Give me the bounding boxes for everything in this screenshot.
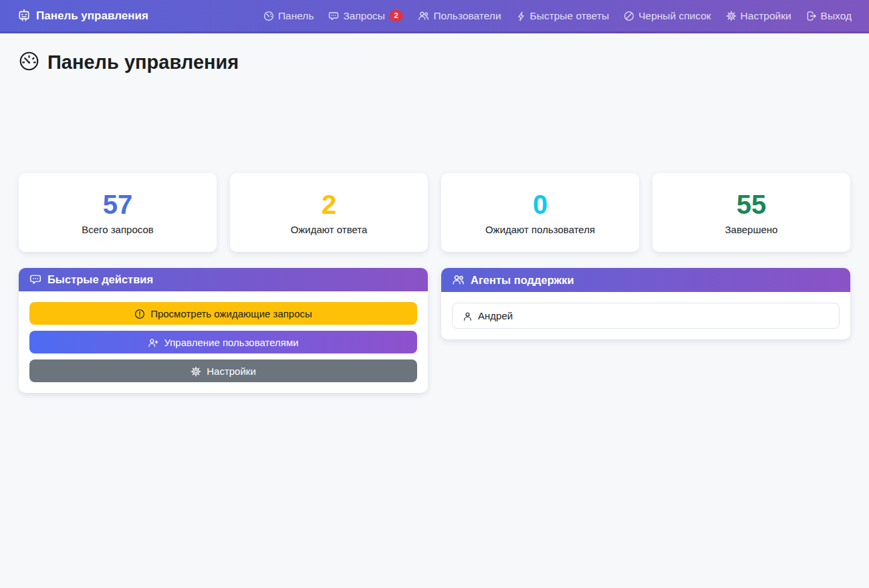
top-navbar: Панель управления Панель (0, 0, 869, 33)
stat-label: Ожидают ответа (291, 224, 368, 235)
exclamation-circle-icon (134, 308, 145, 319)
panels-row: Быстрые действия Просмотреть ожидающие з… (19, 268, 850, 393)
people-icon (452, 273, 465, 287)
stat-label: Всего запросов (82, 224, 154, 235)
nav-item-requests[interactable]: Запросы 2 (328, 10, 403, 22)
nav-item-label: Запросы (343, 10, 385, 22)
settings-button[interactable]: Настройки (29, 359, 417, 382)
navbar-brand-label: Панель управления (36, 9, 148, 23)
button-label: Просмотреть ожидающие запросы (150, 308, 312, 319)
stat-card-total-requests: 57 Всего запросов (19, 173, 217, 252)
page-title: Панель управления (19, 51, 850, 74)
nav-item-label: Черный список (638, 10, 711, 22)
chat-dots-icon (328, 10, 339, 22)
nav-item-label: Выход (821, 10, 852, 22)
stat-value: 55 (737, 190, 767, 219)
panel-title: Быстрые действия (47, 273, 153, 286)
stat-value: 2 (322, 190, 336, 219)
gear-icon (726, 10, 737, 22)
quick-actions-panel: Быстрые действия Просмотреть ожидающие з… (19, 268, 428, 393)
person-icon (463, 310, 473, 321)
navbar-brand[interactable]: Панель управления (17, 9, 148, 23)
speedometer-icon (263, 10, 274, 22)
gear-icon (191, 365, 201, 377)
slash-circle-icon (624, 10, 634, 22)
navbar-links: Панель Запросы 2 Пользователи (263, 10, 852, 22)
panel-title: Агенты поддержки (471, 274, 574, 287)
agent-name: Андрей (478, 310, 513, 321)
robot-icon (17, 9, 31, 23)
quick-actions-header: Быстрые действия (19, 268, 428, 291)
nav-item-blacklist[interactable]: Черный список (624, 10, 711, 22)
nav-item-logout[interactable]: Выход (806, 10, 852, 22)
stat-label: Ожидают пользователя (485, 224, 595, 235)
people-icon (418, 10, 429, 22)
requests-count-badge: 2 (389, 10, 403, 21)
page-title-label: Панель управления (47, 51, 239, 74)
stat-label: Завершено (725, 224, 778, 235)
stats-row: 57 Всего запросов 2 Ожидают ответа 0 Ожи… (19, 173, 850, 252)
stat-value: 0 (533, 190, 547, 219)
speedometer-icon (19, 51, 39, 74)
nav-item-users[interactable]: Пользователи (418, 10, 501, 22)
nav-item-label: Настройки (741, 10, 791, 22)
nav-item-label: Быстрые ответы (530, 10, 610, 22)
chat-dots-icon (29, 273, 41, 286)
support-agents-panel: Агенты поддержки Андрей (441, 268, 850, 339)
stat-value: 57 (103, 190, 133, 219)
stat-card-awaiting-user: 0 Ожидают пользователя (441, 173, 639, 252)
nav-item-dashboard[interactable]: Панель (263, 10, 314, 22)
quick-actions-body: Просмотреть ожидающие запросы Управление… (19, 291, 428, 393)
button-label: Управление пользователями (164, 337, 298, 348)
support-agents-body: Андрей (441, 292, 850, 339)
manage-users-button[interactable]: Управление пользователями (29, 331, 417, 353)
view-pending-requests-button[interactable]: Просмотреть ожидающие запросы (29, 302, 417, 325)
stat-card-completed: 55 Завершено (652, 173, 850, 252)
logout-icon (806, 10, 817, 22)
lightning-icon (516, 10, 526, 22)
nav-item-label: Пользователи (433, 10, 501, 22)
nav-item-settings[interactable]: Настройки (726, 10, 791, 22)
support-agents-header: Агенты поддержки (441, 268, 850, 292)
person-plus-icon (148, 337, 158, 348)
nav-item-label: Панель (278, 10, 314, 22)
agent-list-item[interactable]: Андрей (452, 303, 840, 329)
stat-card-awaiting-reply: 2 Ожидают ответа (230, 173, 428, 252)
button-label: Настройки (207, 365, 256, 377)
main-content: Панель управления 57 Всего запросов 2 Ож… (0, 51, 869, 393)
nav-item-quick-replies[interactable]: Быстрые ответы (516, 10, 610, 22)
